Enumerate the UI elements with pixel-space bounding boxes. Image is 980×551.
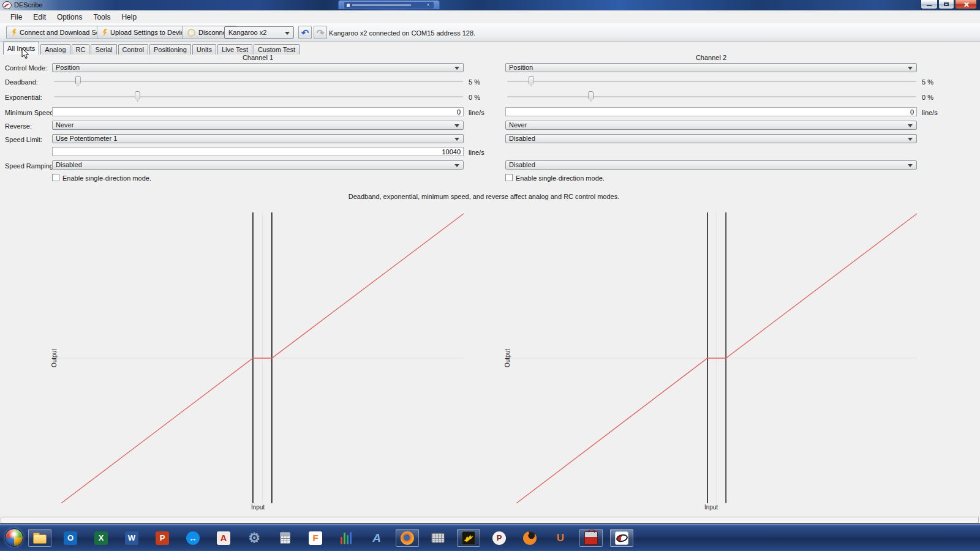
channel2-control-mode-select[interactable]: Position [505,63,917,72]
window-controls [920,0,977,9]
grid-app-taskbar-button[interactable] [426,529,450,547]
channel1-deadband-value: 5 % [469,78,480,86]
minimize-button[interactable] [921,0,938,9]
device-select[interactable]: Kangaroo x2 [224,26,294,39]
media-bars-taskbar-button[interactable] [334,529,358,547]
slider-thumb[interactable] [135,91,140,102]
powerpoint-taskbar-button[interactable]: P [151,529,174,547]
app-icon [401,531,414,545]
app-icon [280,532,290,544]
channel1-speed-limit-unit: line/s [469,149,484,156]
app-a-taskbar-button[interactable]: A [365,529,388,547]
tab-positioning[interactable]: Positioning [149,44,191,54]
tab-analog[interactable]: Analog [40,44,70,54]
describe-taskbar-button[interactable] [610,529,633,547]
app-icon: A [370,531,383,545]
menu-item-tools[interactable]: Tools [88,12,116,23]
app-icon-glyph: ⚙ [248,531,260,545]
channel1-speed-limit-input[interactable] [52,147,464,156]
clamp-app-taskbar-button[interactable]: U [549,529,572,547]
channel1-deadband-slider[interactable] [54,76,463,86]
menu-item-file[interactable]: File [5,12,28,23]
toolbox-taskbar-button[interactable] [579,529,603,547]
chevron-down-icon [908,124,913,130]
word-taskbar-button[interactable]: W [120,529,143,547]
background-window-tab-content: × [344,2,434,9]
swoosh-app-taskbar-button[interactable] [518,529,541,547]
channel1-single-direction-checkbox[interactable] [52,174,59,181]
autocad-taskbar-button[interactable]: A [212,529,235,547]
menu-item-help[interactable]: Help [116,12,142,23]
chevron-down-icon [454,124,459,130]
app-icon [523,531,537,545]
excel-taskbar-button[interactable]: X [89,529,113,547]
menu-item-options[interactable]: Options [51,12,88,23]
start-button[interactable] [5,528,23,547]
tab-live-test[interactable]: Live Test [217,44,252,54]
tab-serial[interactable]: Serial [91,44,116,54]
app-icon [339,531,353,545]
app-icon: P [492,531,506,545]
tab-rc[interactable]: RC [72,44,90,54]
channel2-exponential-value: 0 % [922,94,933,101]
channel1-single-direction-label: Enable single-direction mode. [62,174,151,182]
upload-settings-button[interactable]: Upload Settings to Device [97,26,194,39]
channel2-deadband-slider[interactable] [507,76,916,86]
slider-track[interactable] [507,96,916,97]
app-icon-glyph: X [99,534,104,542]
app-icon: W [125,531,138,545]
toolbar: Connect and Download Settings Upload Set… [0,23,980,42]
tab-control[interactable]: Control [118,44,148,54]
mouse-cursor [21,48,29,59]
app-icon: F [309,531,322,545]
lightning-icon [102,29,107,37]
slider-thumb[interactable] [75,76,81,86]
redo-button[interactable]: ↷ [314,26,327,39]
redo-icon: ↷ [317,28,325,37]
app-icon [462,531,475,545]
slider-track[interactable] [507,81,916,82]
slider-track[interactable] [54,96,463,97]
channel1-title: Channel 1 [52,54,464,61]
undo-button[interactable]: ↶ [298,26,312,39]
maximize-button[interactable] [938,0,954,9]
channel2-deadband-value: 5 % [922,78,933,86]
channel1-control-mode-select[interactable]: Position [52,63,464,72]
chevron-down-icon [908,164,913,170]
slider-track[interactable] [54,81,463,82]
taskbar-items: O X W P [28,529,633,547]
tab-units[interactable]: Units [192,44,216,54]
chevron-down-icon [454,67,459,72]
upload-settings-label: Upload Settings to Device [110,29,188,36]
equalizer-bars-icon [341,532,352,544]
channel2-minimum-speed-input[interactable] [505,107,917,116]
app-p-taskbar-button[interactable]: P [488,529,511,547]
channel2-speed-ramping-select[interactable]: Disabled [505,160,917,170]
channel2-speed-limit-select[interactable]: Disabled [505,134,917,143]
filezilla-taskbar-button[interactable]: F [304,529,327,547]
channel1-speed-limit-select[interactable]: Use Potentiometer 1 [52,134,464,143]
slider-thumb[interactable] [529,76,534,86]
channel1-exponential-slider[interactable] [54,91,463,102]
outlook-taskbar-button[interactable]: O [59,529,82,547]
channel2-reverse-select[interactable]: Never [505,121,917,130]
teamviewer-taskbar-button[interactable]: ↔ [181,529,205,547]
menu-item-edit[interactable]: Edit [28,12,51,23]
channel1-minimum-speed-unit: line/s [469,109,484,116]
channel2-single-direction-checkbox[interactable] [505,174,513,181]
close-button[interactable] [955,0,977,9]
channel1-reverse-value: Never [56,121,74,129]
kangaroo-taskbar-button[interactable] [457,529,480,547]
slider-thumb[interactable] [588,91,594,102]
calculator-taskbar-button[interactable] [273,529,296,547]
gear-taskbar-button[interactable]: ⚙ [243,529,266,547]
channel1-minimum-speed-input[interactable] [52,107,464,116]
connection-icon [187,29,195,37]
explorer-taskbar-button[interactable] [28,529,51,547]
channel1-reverse-select[interactable]: Never [52,121,464,130]
firefox-taskbar-button[interactable] [396,529,419,547]
channel1-speed-ramping-select[interactable]: Disabled [52,160,464,170]
tab-custom-test[interactable]: Custom Test [254,44,300,54]
channel2-exponential-slider[interactable] [507,91,916,102]
channel1-exponential-value: 0 % [469,94,480,101]
